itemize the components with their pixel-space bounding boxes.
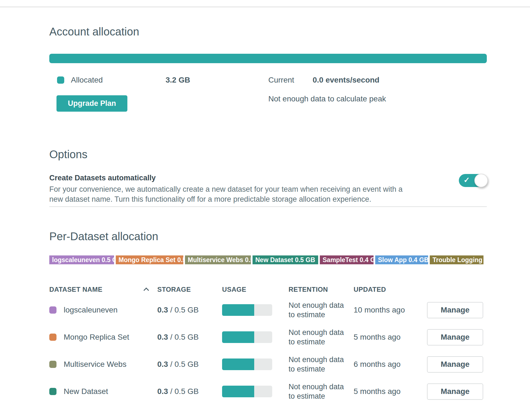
- header-usage[interactable]: USAGE: [222, 283, 289, 296]
- storage-used: 0.3: [157, 306, 168, 314]
- storage-total: / 0.5 GB: [168, 333, 199, 341]
- storage-used: 0.3: [157, 387, 168, 396]
- storage-total: / 0.5 GB: [168, 360, 199, 368]
- usage-bar-fill: [222, 331, 254, 343]
- header-manage-spacer: [427, 283, 483, 296]
- usage-bar: [222, 331, 272, 343]
- allocated-legend: Allocated: [49, 76, 166, 84]
- options-divider: [49, 206, 487, 207]
- table-header-row: DATASET NAME STORAGE USAGE RETENTION UPD…: [49, 283, 483, 296]
- usage-bar-fill: [222, 358, 254, 370]
- allocated-legend-label: Allocated: [71, 76, 103, 84]
- storage-used: 0.3: [157, 360, 168, 368]
- auto-create-option-description: For your convenience, we automatically c…: [49, 184, 404, 204]
- allocated-value: 3.2 GB: [166, 76, 268, 84]
- auto-create-toggle[interactable]: ✓: [459, 174, 487, 187]
- header-storage[interactable]: STORAGE: [157, 283, 222, 296]
- updated-value: 10 months ago: [354, 296, 427, 324]
- allocation-stats-row: Allocated 3.2 GB Current 0.0 events/seco…: [49, 75, 487, 85]
- table-row: logscaleuneven 0.3 / 0.5 GB Not enough d…: [49, 296, 483, 324]
- updated-value: 5 months ago: [354, 324, 427, 351]
- manage-button[interactable]: Manage: [427, 329, 483, 345]
- checkmark-icon: ✓: [464, 176, 470, 185]
- retention-value: Not enough data to estimate: [289, 351, 354, 378]
- updated-value: 5 months ago: [354, 378, 427, 405]
- per-dataset-table: DATASET NAME STORAGE USAGE RETENTION UPD…: [49, 283, 483, 405]
- dataset-name: logscaleuneven: [64, 306, 118, 314]
- content-container: Account allocation Allocated 3.2 GB Curr…: [49, 0, 487, 405]
- current-label: Current: [268, 76, 313, 84]
- upgrade-plan-button[interactable]: Upgrade Plan: [56, 95, 127, 112]
- dataset-color-swatch: [49, 334, 56, 341]
- usage-bar-fill: [222, 386, 254, 397]
- header-dataset-name[interactable]: DATASET NAME: [49, 283, 157, 296]
- dataset-color-swatch: [49, 361, 56, 368]
- manage-button[interactable]: Manage: [427, 383, 483, 400]
- dataset-chips-row: logscaleuneven 0.5 GB Mongo Replica Set …: [49, 255, 487, 264]
- retention-value: Not enough data to estimate: [289, 378, 354, 405]
- dataset-color-swatch: [49, 388, 56, 395]
- dataset-chip[interactable]: SampleTest 0.4 GB: [320, 255, 374, 264]
- upgrade-button-column: Upgrade Plan: [49, 94, 268, 112]
- dataset-name: Multiservice Webs: [64, 360, 127, 369]
- table-row: Mongo Replica Set 0.3 / 0.5 GB Not enoug…: [49, 324, 483, 351]
- account-allocation-progress-bar: [49, 54, 487, 63]
- manage-button[interactable]: Manage: [427, 302, 483, 318]
- dataset-chip[interactable]: Mongo Replica Set 0.5 GB: [116, 255, 183, 264]
- retention-value: Not enough data to estimate: [289, 296, 354, 324]
- usage-bar-fill: [222, 304, 254, 316]
- auto-create-option-title: Create Datasets automatically: [49, 173, 404, 183]
- header-updated[interactable]: UPDATED: [354, 283, 427, 296]
- auto-create-option-row: Create Datasets automatically For your c…: [49, 173, 487, 204]
- sort-ascending-icon[interactable]: [143, 288, 149, 293]
- dataset-chip[interactable]: Trouble Logging Issues: [430, 255, 483, 264]
- usage-bar: [222, 358, 272, 370]
- dataset-chip[interactable]: New Dataset 0.5 GB: [253, 255, 318, 264]
- usage-bar: [222, 386, 272, 397]
- table-row: Multiservice Webs 0.3 / 0.5 GB Not enoug…: [49, 351, 483, 378]
- account-allocation-title: Account allocation: [49, 24, 487, 39]
- dataset-name: Mongo Replica Set: [64, 333, 129, 342]
- per-dataset-title: Per-Dataset allocation: [49, 229, 487, 244]
- options-title: Options: [49, 147, 487, 162]
- header-dataset-name-label: DATASET NAME: [49, 286, 102, 293]
- current-value: 0.0 events/second: [313, 76, 379, 84]
- account-allocation-progress-fill: [49, 54, 487, 63]
- allocation-actions-row: Upgrade Plan Not enough data to calculat…: [49, 94, 487, 112]
- dataset-chip[interactable]: logscaleuneven 0.5 GB: [49, 255, 114, 264]
- updated-value: 6 months ago: [354, 351, 427, 378]
- dataset-name: New Dataset: [64, 387, 108, 396]
- header-retention[interactable]: RETENTION: [289, 283, 354, 296]
- usage-bar: [222, 304, 272, 316]
- dataset-color-swatch: [49, 306, 56, 314]
- dataset-chip[interactable]: Slow App 0.4 GB: [375, 255, 428, 264]
- table-row: New Dataset 0.3 / 0.5 GB Not enough data…: [49, 378, 483, 405]
- manage-button[interactable]: Manage: [427, 356, 483, 373]
- storage-total: / 0.5 GB: [168, 306, 199, 314]
- allocated-legend-swatch: [57, 76, 64, 84]
- auto-create-option-text: Create Datasets automatically For your c…: [49, 173, 404, 204]
- retention-value: Not enough data to estimate: [289, 324, 354, 351]
- peak-note: Not enough data to calculate peak: [268, 94, 387, 104]
- toggle-knob[interactable]: [474, 174, 488, 187]
- storage-used: 0.3: [157, 333, 168, 341]
- storage-total: / 0.5 GB: [168, 387, 199, 396]
- dataset-chip[interactable]: Multiservice Webs 0.5 GB: [185, 255, 251, 264]
